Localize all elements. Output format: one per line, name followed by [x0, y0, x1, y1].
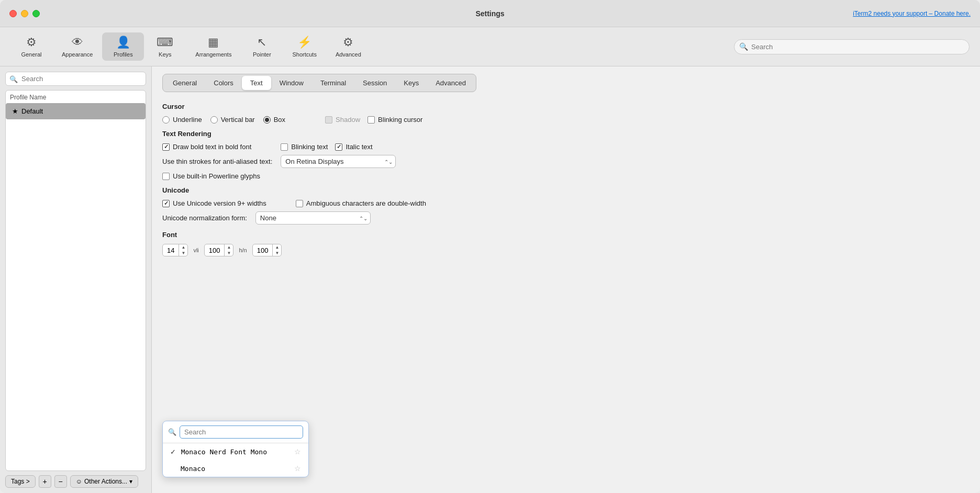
close-button[interactable]	[9, 10, 17, 17]
donate-link[interactable]: iTerm2 needs your support – Donate here.	[853, 10, 971, 17]
vli-value: 100	[205, 245, 225, 255]
blinking-text-label: Blinking text	[291, 143, 328, 151]
toolbar-label-arrangements: Arrangements	[195, 51, 231, 58]
vli-spinner[interactable]: 100 ▲ ▼	[204, 244, 234, 256]
normalization-select-wrap: None NFC NFD NFKC NFKD	[255, 211, 371, 225]
ambiguous-checkbox[interactable]	[296, 200, 303, 207]
sidebar-search-wrap: 🔍	[5, 72, 146, 86]
fraction-arrows[interactable]: ▲ ▼	[272, 244, 281, 256]
sidebar: 🔍 Profile Name ★ Default Tags > + − ☺ Ot…	[0, 66, 152, 493]
fraction-spinner[interactable]: 100 ▲ ▼	[252, 244, 282, 256]
vli-arrows[interactable]: ▲ ▼	[224, 244, 233, 256]
tab-keys[interactable]: Keys	[395, 76, 427, 90]
cursor-vertical-option[interactable]: Vertical bar	[210, 116, 255, 124]
cursor-vertical-radio[interactable]	[210, 116, 218, 124]
blinking-cursor-checkbox[interactable]	[368, 116, 375, 124]
toolbar-item-profiles[interactable]: 👤 Profiles	[102, 32, 144, 61]
blinking-cursor-option[interactable]: Blinking cursor	[368, 116, 422, 124]
toolbar-label-general: General	[21, 51, 41, 58]
toolbar-item-general[interactable]: ⚙ General	[10, 32, 52, 61]
pointer-icon: ↖	[257, 36, 266, 49]
font-check-icon: ✓	[170, 448, 176, 456]
sidebar-search-input[interactable]	[5, 72, 146, 86]
shadow-checkbox[interactable]	[325, 116, 332, 124]
font-search-dropdown: 🔍 ✓ Monaco Nerd Font Mono ☆ Monaco ☆	[162, 421, 309, 477]
fraction-up[interactable]: ▲	[273, 244, 281, 250]
detail-panel: General Colors Text Window Terminal Sess…	[152, 66, 980, 493]
unicode-version-option[interactable]: Use Unicode version 9+ widths	[162, 199, 266, 207]
thin-strokes-select[interactable]: On Retina Displays Always Never On Non-R…	[281, 155, 396, 168]
other-actions-button[interactable]: ☺ Other Actions... ▾	[70, 475, 138, 488]
shadow-option[interactable]: Shadow	[325, 116, 360, 124]
font-search-input[interactable]	[180, 425, 303, 439]
tab-terminal[interactable]: Terminal	[312, 76, 354, 90]
tags-button[interactable]: Tags >	[5, 475, 36, 488]
unicode-version-checkbox[interactable]	[162, 200, 170, 207]
settings-window: Settings iTerm2 needs your support – Don…	[0, 0, 980, 493]
add-profile-button[interactable]: +	[39, 475, 51, 488]
toolbar-label-profiles: Profiles	[114, 51, 133, 58]
normalization-row: Unicode normalization form: None NFC NFD…	[162, 211, 970, 225]
ambiguous-label: Ambiguous characters are double-width	[306, 199, 426, 207]
toolbar-search-input[interactable]	[734, 39, 970, 54]
tab-text[interactable]: Text	[242, 76, 271, 90]
thin-strokes-row: Use thin strokes for anti-aliased text: …	[162, 155, 970, 168]
profile-item-default[interactable]: ★ Default	[6, 103, 146, 119]
toolbar-item-pointer[interactable]: ↖ Pointer	[241, 32, 283, 61]
toolbar-item-advanced[interactable]: ⚙ Advanced	[326, 32, 371, 61]
minimize-button[interactable]	[21, 10, 28, 17]
font-size-up[interactable]: ▲	[179, 244, 187, 250]
tab-general[interactable]: General	[164, 76, 205, 90]
font-monaco-star[interactable]: ☆	[294, 464, 301, 473]
cursor-underline-radio[interactable]	[162, 116, 170, 124]
tab-window[interactable]: Window	[271, 76, 312, 90]
remove-profile-button[interactable]: −	[54, 475, 67, 488]
italic-text-label: Italic text	[346, 143, 372, 151]
cursor-box-option[interactable]: Box	[263, 116, 285, 124]
tab-advanced[interactable]: Advanced	[427, 76, 474, 90]
unicode-row1: Use Unicode version 9+ widths Ambiguous …	[162, 199, 970, 207]
powerline-checkbox[interactable]	[162, 173, 170, 180]
cursor-box-radio[interactable]	[263, 116, 271, 124]
powerline-option[interactable]: Use built-in Powerline glyphs	[162, 172, 260, 180]
toolbar-label-appearance: Appearance	[62, 51, 93, 58]
font-controls-row: 14 ▲ ▼ vli 100 ▲ ▼ h/n	[162, 244, 970, 256]
toolbar-item-arrangements[interactable]: ▦ Arrangements	[186, 32, 241, 61]
font-item-monaco-nerd[interactable]: ✓ Monaco Nerd Font Mono ☆	[163, 443, 308, 460]
toolbar-item-keys[interactable]: ⌨ Keys	[144, 32, 186, 61]
cursor-underline-option[interactable]: Underline	[162, 116, 202, 124]
blinking-text-checkbox[interactable]	[281, 143, 288, 151]
font-size-spinner[interactable]: 14 ▲ ▼	[162, 244, 188, 256]
draw-bold-option[interactable]: Draw bold text in bold font	[162, 143, 251, 151]
normalization-select[interactable]: None NFC NFD NFKC NFKD	[255, 211, 371, 225]
toolbar-label-shortcuts: Shortcuts	[292, 51, 316, 58]
profile-name-default: Default	[21, 107, 43, 115]
vli-up[interactable]: ▲	[225, 244, 233, 250]
vli-down[interactable]: ▼	[225, 250, 233, 256]
italic-text-option[interactable]: Italic text	[335, 143, 372, 151]
font-item-monaco[interactable]: Monaco ☆	[163, 460, 308, 477]
sidebar-bottom: Tags > + − ☺ Other Actions... ▾	[5, 471, 146, 488]
cursor-underline-label: Underline	[173, 116, 202, 124]
toolbar-label-pointer: Pointer	[253, 51, 271, 58]
blinking-text-option[interactable]: Blinking text	[281, 143, 328, 151]
font-monaco-nerd-star[interactable]: ☆	[294, 447, 301, 456]
unicode-section-title: Unicode	[162, 186, 970, 194]
font-size-arrows[interactable]: ▲ ▼	[179, 244, 187, 256]
font-size-down[interactable]: ▼	[179, 250, 187, 256]
toolbar-label-keys: Keys	[159, 51, 171, 58]
tab-colors[interactable]: Colors	[205, 76, 242, 90]
toolbar-item-appearance[interactable]: 👁 Appearance	[52, 32, 102, 61]
shadow-label: Shadow	[336, 116, 360, 124]
profile-tabs: General Colors Text Window Terminal Sess…	[162, 74, 476, 92]
profile-list-header: Profile Name	[6, 91, 146, 103]
toolbar-item-shortcuts[interactable]: ⚡ Shortcuts	[283, 32, 326, 61]
default-star-icon: ★	[12, 107, 18, 115]
ambiguous-option[interactable]: Ambiguous characters are double-width	[296, 199, 426, 207]
draw-bold-checkbox[interactable]	[162, 143, 170, 151]
draw-bold-label: Draw bold text in bold font	[173, 143, 251, 151]
italic-text-checkbox[interactable]	[335, 143, 342, 151]
tab-session[interactable]: Session	[354, 76, 395, 90]
maximize-button[interactable]	[32, 10, 40, 17]
fraction-down[interactable]: ▼	[273, 250, 281, 256]
